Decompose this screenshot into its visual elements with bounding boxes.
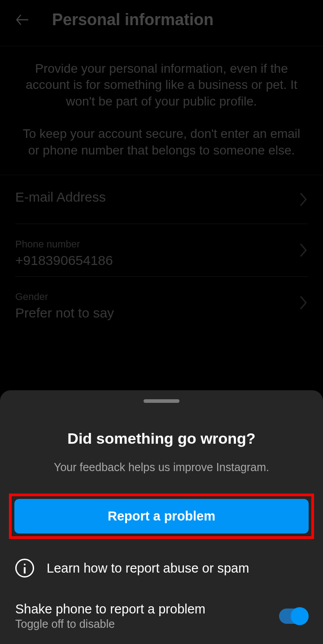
sheet-title: Did something go wrong? [0, 430, 323, 447]
back-button[interactable] [13, 9, 34, 31]
report-problem-button[interactable]: Report a problem [14, 499, 309, 534]
info-block: Provide your personal information, even … [0, 46, 323, 159]
phone-value: +918390654186 [15, 253, 308, 273]
chevron-right-icon [299, 191, 308, 207]
email-field-row[interactable]: E-mail Address [15, 175, 308, 224]
sheet-handle[interactable] [144, 399, 179, 403]
phone-label: Phone number [15, 238, 308, 250]
learn-link-text: Learn how to report abuse or spam [47, 561, 249, 576]
shake-subtitle: Toggle off to disable [15, 618, 205, 631]
shake-label-group: Shake phone to report a problem Toggle o… [15, 602, 205, 631]
info-icon [15, 559, 34, 578]
gender-label: Gender [15, 291, 308, 303]
gender-field-row[interactable]: Gender Prefer not to say [15, 277, 308, 329]
phone-field-row[interactable]: Phone number +918390654186 [15, 224, 308, 277]
gender-value: Prefer not to say [15, 305, 308, 325]
shake-title: Shake phone to report a problem [15, 602, 205, 617]
chevron-right-icon [299, 295, 308, 311]
info-paragraph-1: Provide your personal information, even … [18, 61, 305, 110]
info-paragraph-2: To keep your account secure, don't enter… [18, 126, 305, 159]
field-group: E-mail Address Phone number +91839065418… [0, 175, 323, 329]
learn-row[interactable]: Learn how to report abuse or spam [0, 551, 323, 594]
highlight-annotation: Report a problem [9, 494, 314, 539]
chevron-right-icon [299, 242, 308, 258]
sheet-subtitle: Your feedback helps us improve Instagram… [0, 461, 323, 474]
header: Personal information [0, 0, 323, 40]
shake-toggle-row: Shake phone to report a problem Toggle o… [0, 594, 323, 631]
page-title: Personal information [52, 10, 214, 29]
shake-toggle[interactable] [279, 609, 308, 624]
bottom-sheet: Did something go wrong? Your feedback he… [0, 390, 323, 644]
email-label: E-mail Address [15, 190, 308, 220]
